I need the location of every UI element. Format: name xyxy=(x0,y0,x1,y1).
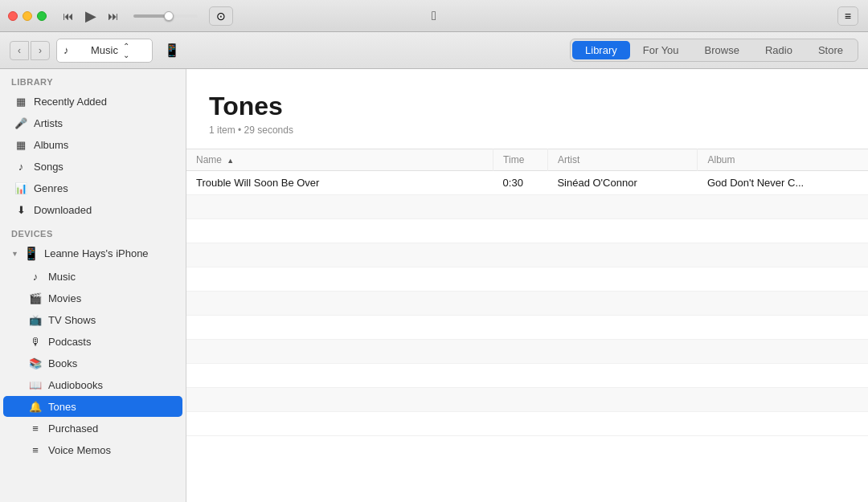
table-row-empty xyxy=(186,195,868,219)
track-album: God Don't Never C... xyxy=(698,171,868,195)
music-selector-label: Music xyxy=(91,44,118,56)
track-artist: Sinéad O'Connor xyxy=(547,171,698,195)
minimize-button[interactable] xyxy=(23,11,32,21)
table-row-empty xyxy=(186,267,868,292)
music-selector[interactable]: ♪ Music ⌃⌄ xyxy=(56,39,153,63)
airplay-button[interactable]: ⊙ xyxy=(209,6,233,26)
forward-button[interactable]: › xyxy=(31,41,50,60)
table-row-empty xyxy=(186,364,868,388)
column-header-name[interactable]: Name ▲ xyxy=(186,149,493,171)
sidebar-item-downloaded[interactable]: ⬇ Downloaded xyxy=(3,199,182,220)
table-row-empty xyxy=(186,292,868,316)
recently-added-icon: ▦ xyxy=(14,95,27,108)
sidebar-item-label: Songs xyxy=(34,161,171,173)
sidebar-item-label: Books xyxy=(48,357,171,369)
device-voice-memos-icon: ≡ xyxy=(29,443,42,456)
genres-icon: 📊 xyxy=(14,182,27,194)
list-view-button[interactable]: ≡ xyxy=(837,6,858,26)
downloaded-icon: ⬇ xyxy=(14,203,27,216)
device-tv-icon: 📺 xyxy=(29,313,42,326)
table-row-empty xyxy=(186,316,868,340)
device-button[interactable]: 📱 xyxy=(159,41,185,59)
sidebar-item-device-podcasts[interactable]: 🎙 Podcasts xyxy=(3,331,182,352)
list-view-icon: ≡ xyxy=(845,10,851,22)
artists-icon: 🎤 xyxy=(14,116,27,129)
track-table: Name ▲ Time Artist Album Trouble xyxy=(186,149,868,436)
fastforward-button[interactable]: ⏭ xyxy=(104,8,122,24)
sidebar-item-label: Podcasts xyxy=(48,336,171,348)
sidebar-item-songs[interactable]: ♪ Songs xyxy=(3,156,182,177)
column-header-time[interactable]: Time xyxy=(493,149,548,171)
sidebar-item-artists[interactable]: 🎤 Artists xyxy=(3,112,182,133)
sidebar-item-device-purchased[interactable]: ≡ Purchased xyxy=(3,418,182,439)
column-header-album[interactable]: Album xyxy=(698,149,868,171)
sidebar-item-device-movies[interactable]: 🎬 Movies xyxy=(3,288,182,308)
tab-store[interactable]: Store xyxy=(805,41,856,59)
tab-browse[interactable]: Browse xyxy=(692,41,752,59)
library-section-label: Library xyxy=(0,69,186,90)
nav-arrows: ‹ › xyxy=(10,41,50,60)
device-podcasts-icon: 🎙 xyxy=(29,335,42,348)
sidebar-item-label: Artists xyxy=(34,117,171,129)
devices-section-label: Devices xyxy=(0,221,186,242)
device-books-icon: 📚 xyxy=(29,357,42,369)
chevron-up-down-icon: ⌃⌄ xyxy=(123,42,145,59)
volume-slider[interactable] xyxy=(133,14,198,18)
apple-logo:  xyxy=(432,9,436,23)
sidebar-item-label: Voice Memos xyxy=(48,444,171,456)
sidebar-item-label: Movies xyxy=(48,292,171,304)
nav-tabs: Library For You Browse Radio Store xyxy=(570,39,858,62)
sidebar-item-label: Purchased xyxy=(48,422,171,435)
close-button[interactable] xyxy=(8,11,18,21)
sidebar-item-genres[interactable]: 📊 Genres xyxy=(3,178,182,198)
tab-library[interactable]: Library xyxy=(572,41,630,59)
sidebar-item-device-audiobooks[interactable]: 📖 Audiobooks xyxy=(3,374,182,395)
nav-bar: ‹ › ♪ Music ⌃⌄ 📱 Library For You Browse … xyxy=(0,32,868,69)
sidebar-item-label: Recently Added xyxy=(34,96,171,108)
iphone-icon: 📱 xyxy=(164,43,180,57)
table-row-empty xyxy=(186,388,868,412)
tab-for-you[interactable]: For You xyxy=(630,41,692,59)
device-movies-icon: 🎬 xyxy=(29,292,42,304)
sidebar: Library ▦ Recently Added 🎤 Artists ▦ Alb… xyxy=(0,69,186,502)
device-item[interactable]: ▼ 📱 Leanne Hays's iPhone xyxy=(0,242,186,265)
main-layout: Library ▦ Recently Added 🎤 Artists ▦ Alb… xyxy=(0,69,868,502)
device-tones-icon: 🔔 xyxy=(29,400,42,413)
table-row-empty xyxy=(186,219,868,243)
table-row-empty xyxy=(186,412,868,436)
sort-arrow-icon: ▲ xyxy=(227,157,234,165)
table-header-row: Name ▲ Time Artist Album xyxy=(186,149,868,171)
sidebar-item-recently-added[interactable]: ▦ Recently Added xyxy=(3,91,182,112)
content-header: Tones 1 item • 29 seconds xyxy=(186,69,868,149)
sidebar-item-device-voice-memos[interactable]: ≡ Voice Memos xyxy=(3,439,182,460)
sidebar-item-label: Genres xyxy=(34,182,171,194)
track-time: 0:30 xyxy=(493,171,548,195)
sidebar-item-label: Audiobooks xyxy=(48,379,171,391)
sidebar-item-label: TV Shows xyxy=(48,314,171,326)
sidebar-item-device-tones[interactable]: 🔔 Tones xyxy=(3,396,182,417)
iphone-device-icon: 📱 xyxy=(23,246,39,261)
rewind-button[interactable]: ⏮ xyxy=(59,8,77,24)
sidebar-item-device-books[interactable]: 📚 Books xyxy=(3,353,182,373)
sidebar-item-albums[interactable]: ▦ Albums xyxy=(3,134,182,155)
maximize-button[interactable] xyxy=(37,11,47,21)
table-row[interactable]: Trouble Will Soon Be Over 0:30 Sinéad O'… xyxy=(186,171,868,195)
title-bar: ⏮ ▶ ⏭ ⊙  ≡ xyxy=(0,0,868,32)
tab-radio[interactable]: Radio xyxy=(752,41,805,59)
sidebar-item-label: Music xyxy=(48,271,171,283)
device-name-label: Leanne Hays's iPhone xyxy=(44,247,149,259)
albums-icon: ▦ xyxy=(14,138,27,151)
device-audiobooks-icon: 📖 xyxy=(29,378,42,391)
sidebar-item-label: Tones xyxy=(48,401,171,413)
column-header-artist[interactable]: Artist xyxy=(547,149,698,171)
sidebar-item-label: Downloaded xyxy=(34,204,171,216)
back-button[interactable]: ‹ xyxy=(10,41,29,60)
device-music-icon: ♪ xyxy=(29,270,42,283)
play-button[interactable]: ▶ xyxy=(82,6,100,27)
songs-icon: ♪ xyxy=(14,160,27,173)
content-area: Tones 1 item • 29 seconds Name ▲ Time Ar… xyxy=(186,69,868,502)
sidebar-item-device-tv-shows[interactable]: 📺 TV Shows xyxy=(3,309,182,330)
sidebar-item-device-music[interactable]: ♪ Music xyxy=(3,266,182,287)
transport-controls: ⏮ ▶ ⏭ ⊙ xyxy=(59,6,233,27)
content-title: Tones xyxy=(209,92,845,121)
